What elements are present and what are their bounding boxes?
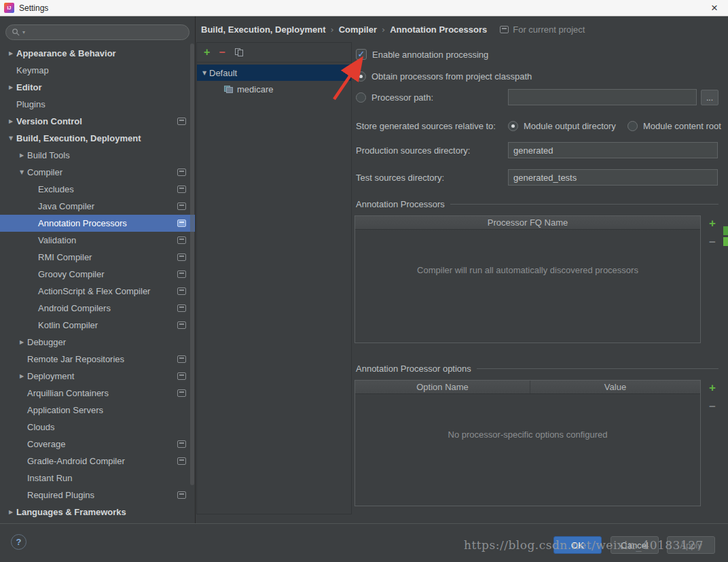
obtain-from-classpath-radio[interactable] <box>356 71 366 82</box>
chevron-right-icon[interactable]: ▶ <box>5 509 16 515</box>
close-icon[interactable]: × <box>701 0 728 16</box>
sidebar-item-annotation-processors[interactable]: Annotation Processors <box>0 215 195 232</box>
sidebar-item-label: Plugins <box>16 99 46 109</box>
apply-button[interactable]: Apply <box>667 536 715 554</box>
sidebar-item-instant-run[interactable]: Instant Run <box>0 470 195 487</box>
sidebar-item-editor[interactable]: ▶Editor <box>0 79 195 96</box>
breadcrumb-separator: › <box>382 24 385 35</box>
chevron-right-icon[interactable]: ▶ <box>5 50 16 56</box>
options-section-label: Annotation Processor options <box>356 364 471 374</box>
enable-annotation-checkbox[interactable]: ✓ <box>356 49 367 60</box>
add-processor-button[interactable]: + <box>705 216 720 231</box>
module-icon <box>224 86 233 93</box>
module-content-root-option: Module content root <box>627 118 721 134</box>
chevron-right-icon[interactable]: ▶ <box>5 118 16 124</box>
chevron-right-icon[interactable]: ▶ <box>16 152 27 158</box>
sidebar-item-application-servers[interactable]: Application Servers <box>0 402 195 419</box>
processor-path-input[interactable] <box>508 89 697 105</box>
module-label: medicare <box>237 84 273 94</box>
breadcrumb-item-annotation-processors[interactable]: Annotation Processors <box>390 24 487 35</box>
sidebar-item-arquillian-containers[interactable]: Arquillian Containers <box>0 385 195 402</box>
sidebar-item-gradle-android-compiler[interactable]: Gradle-Android Compiler <box>0 453 195 470</box>
per-project-settings-icon <box>177 321 186 329</box>
per-project-settings-icon <box>177 186 186 193</box>
cancel-button[interactable]: Cancel <box>611 536 659 554</box>
intellij-logo-icon: IJ <box>4 3 14 13</box>
monitor-icon <box>500 26 509 33</box>
options-section-title: Annotation Processor options <box>356 364 718 374</box>
sidebar-item-required-plugins[interactable]: Required Plugins <box>0 487 195 504</box>
sidebar-item-clouds[interactable]: Clouds <box>0 419 195 436</box>
sidebar-item-java-compiler[interactable]: Java Compiler <box>0 198 195 215</box>
profile-item-default[interactable]: ▼ Default <box>197 65 351 81</box>
sidebar-item-actionscript-flex-compiler[interactable]: ActionScript & Flex Compiler <box>0 283 195 300</box>
column-option-name: Option Name <box>355 381 530 393</box>
column-processor-fq-name: Processor FQ Name <box>355 216 700 229</box>
production-sources-input[interactable]: generated <box>508 142 718 158</box>
module-output-radio[interactable] <box>508 121 518 131</box>
chevron-right-icon[interactable]: ▶ <box>16 339 27 345</box>
sidebar-item-label: Compiler <box>27 167 62 177</box>
chevron-right-icon[interactable]: ▶ <box>5 84 16 90</box>
sidebar-item-rmi-compiler[interactable]: RMI Compiler <box>0 249 195 266</box>
sidebar-item-label: Android Compilers <box>38 303 111 313</box>
sidebar-item-keymap[interactable]: Keymap <box>0 62 195 79</box>
search-box[interactable]: ▾ <box>5 24 189 40</box>
per-project-settings-icon <box>177 219 186 227</box>
add-profile-button[interactable]: + <box>204 47 210 58</box>
options-empty-message: No processor-specific options configured <box>355 429 700 440</box>
module-content-root-label: Module content root <box>643 121 721 131</box>
remove-option-button[interactable]: − <box>705 400 720 415</box>
chevron-down-icon[interactable]: ▼ <box>16 169 27 175</box>
sidebar-item-kotlin-compiler[interactable]: Kotlin Compiler <box>0 317 195 334</box>
window-title: Settings <box>19 3 48 13</box>
sidebar-item-label: Debugger <box>27 337 66 347</box>
sidebar-item-groovy-compiler[interactable]: Groovy Compiler <box>0 266 195 283</box>
sidebar-item-languages-frameworks[interactable]: ▶Languages & Frameworks <box>0 504 195 521</box>
per-project-settings-icon <box>177 118 186 125</box>
options-table-header: Option Name Value <box>355 381 700 394</box>
processors-table: Processor FQ Name Compiler will run all … <box>354 215 701 343</box>
per-project-settings-icon <box>177 491 186 499</box>
profiles-tree: ▼ Default medicare <box>197 63 351 97</box>
chevron-right-icon[interactable]: ▶ <box>16 373 27 379</box>
sidebar-item-excludes[interactable]: Excludes <box>0 181 195 198</box>
sidebar-item-label: Version Control <box>16 116 82 126</box>
sidebar-item-label: Required Plugins <box>27 490 94 500</box>
module-item-medicare[interactable]: medicare <box>197 81 351 97</box>
per-project-settings-icon <box>177 372 186 380</box>
sidebar-item-coverage[interactable]: Coverage <box>0 436 195 453</box>
module-content-root-radio[interactable] <box>627 121 638 131</box>
sidebar-item-compiler[interactable]: ▼Compiler <box>0 164 195 181</box>
sidebar-item-appearance-behavior[interactable]: ▶Appearance & Behavior <box>0 45 195 62</box>
chevron-down-icon[interactable]: ▼ <box>197 70 209 76</box>
copy-profile-icon[interactable] <box>234 48 244 57</box>
browse-button[interactable]: ... <box>701 90 718 105</box>
test-sources-input[interactable]: generated_tests <box>508 169 718 186</box>
remove-processor-button[interactable]: − <box>705 235 720 250</box>
sidebar-item-debugger[interactable]: ▶Debugger <box>0 334 195 351</box>
per-project-settings-icon <box>177 203 186 210</box>
sidebar-item-remote-jar-repositories[interactable]: Remote Jar Repositories <box>0 351 195 368</box>
ok-button[interactable]: OK <box>553 536 602 554</box>
sidebar-scrollbar[interactable] <box>190 43 194 485</box>
help-button[interactable]: ? <box>11 534 26 550</box>
sidebar-item-android-compilers[interactable]: Android Compilers <box>0 300 195 317</box>
chevron-down-icon[interactable]: ▼ <box>5 135 16 141</box>
sidebar-item-build-execution-deployment[interactable]: ▼Build, Execution, Deployment <box>0 130 195 147</box>
sidebar-item-deployment[interactable]: ▶Deployment <box>0 368 195 385</box>
per-project-settings-icon <box>177 304 186 312</box>
for-current-project-label: For current project <box>500 24 585 35</box>
remove-profile-button[interactable]: − <box>219 47 225 58</box>
sidebar-item-build-tools[interactable]: ▶Build Tools <box>0 147 195 164</box>
sidebar-item-version-control[interactable]: ▶Version Control <box>0 113 195 130</box>
breadcrumb-item-compiler[interactable]: Compiler <box>339 24 377 35</box>
processor-path-radio[interactable] <box>356 92 366 103</box>
sidebar-item-label: Excludes <box>38 184 74 194</box>
add-option-button[interactable]: + <box>705 381 720 396</box>
sidebar-item-validation[interactable]: Validation <box>0 232 195 249</box>
sidebar-item-plugins[interactable]: Plugins <box>0 96 195 113</box>
search-input[interactable] <box>27 27 183 37</box>
breadcrumb-item-build-execution-deployment[interactable]: Build, Execution, Deployment <box>201 24 325 35</box>
search-dropdown-caret-icon: ▾ <box>22 29 25 35</box>
